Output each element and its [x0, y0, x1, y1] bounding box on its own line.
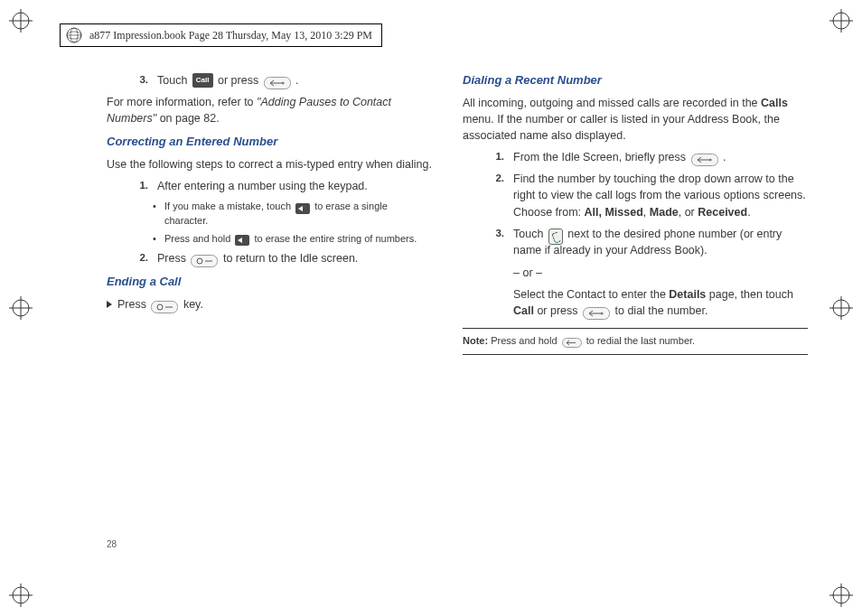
end-call-step: Press key.: [107, 296, 432, 313]
send-key-icon: [264, 77, 291, 89]
dial-step-2: 2. Find the number by touching the drop …: [490, 171, 808, 219]
dial-intro: All incoming, outgoing and missed calls …: [463, 95, 808, 144]
correct-bullet-2: • Press and hold to erase the entire str…: [150, 232, 432, 247]
heading-ending: Ending a Call: [107, 274, 432, 291]
correct-intro: Use the following steps to correct a mis…: [107, 156, 432, 173]
heading-correcting: Correcting an Entered Number: [107, 134, 432, 151]
dial-step-3: 3. Touch next to the desired phone numbe…: [490, 226, 808, 319]
step-3: 3. Touch Call or press .: [134, 72, 432, 89]
svg-rect-23: [192, 255, 218, 266]
dial-step-1: 1. From the Idle Screen, briefly press .: [490, 149, 808, 165]
backspace-icon: [295, 203, 310, 214]
document-meta-text: a877 Impression.book Page 28 Thursday, M…: [89, 29, 372, 42]
note-block: Note: Press and hold to redial the last …: [463, 328, 808, 355]
document-meta-box: a877 Impression.book Page 28 Thursday, M…: [60, 23, 382, 47]
right-column: Dialing a Recent Number All incoming, ou…: [463, 72, 808, 562]
phone-key-icon: [548, 229, 563, 245]
crop-mark-top-right: [829, 9, 853, 33]
correct-step-1: 1. After entering a number using the key…: [134, 178, 432, 194]
crop-mark-mid-left: [9, 296, 33, 320]
correct-step-2: 2. Press to return to the Idle screen.: [134, 250, 432, 266]
end-key-icon: [151, 301, 178, 313]
triangle-bullet-icon: [107, 301, 112, 308]
page-number: 28: [107, 539, 117, 549]
correct-bullet-1: • If you make a mistake, touch to erase …: [150, 200, 432, 229]
send-key-icon: [691, 154, 718, 166]
send-key-icon: [583, 307, 610, 320]
crop-mark-bottom-left: [9, 583, 33, 607]
step-number: 3.: [134, 72, 148, 89]
crop-mark-bottom-right: [829, 583, 853, 607]
send-key-icon: [562, 338, 582, 348]
info-paragraph: For more information, refer to "Adding P…: [107, 94, 432, 126]
page-content: 3. Touch Call or press . For more inform…: [107, 72, 808, 562]
heading-dialing: Dialing a Recent Number: [463, 72, 808, 89]
backspace-icon: [235, 235, 249, 246]
globe-icon: [66, 27, 82, 43]
left-column: 3. Touch Call or press . For more inform…: [107, 72, 432, 562]
crop-mark-top-left: [9, 9, 33, 33]
step-text: Touch Call or press .: [157, 72, 432, 89]
end-key-icon: [191, 255, 218, 267]
crop-mark-mid-right: [829, 296, 853, 320]
call-button-icon: Call: [192, 73, 213, 88]
svg-rect-26: [152, 301, 178, 313]
